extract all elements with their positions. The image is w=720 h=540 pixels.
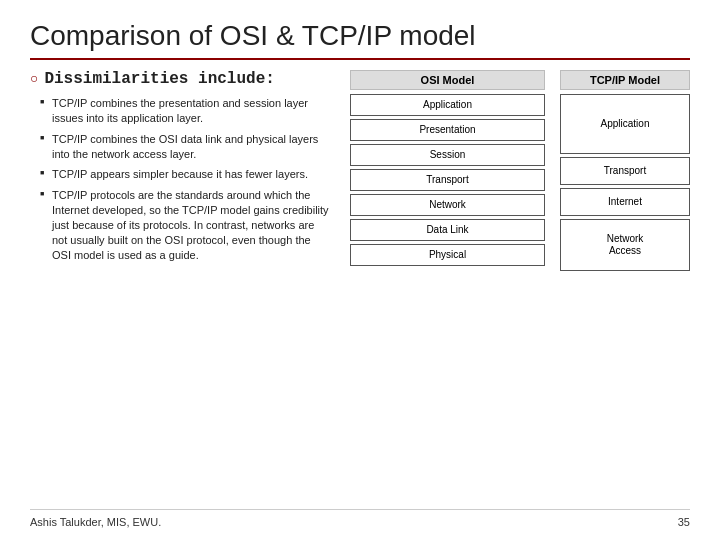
slide-title: Comparison of OSI & TCP/IP model — [30, 20, 690, 52]
osi-layer-network: Network — [350, 194, 545, 216]
osi-layer-session: Session — [350, 144, 545, 166]
tcp-layer-transport: Transport — [560, 157, 690, 185]
osi-header: OSI Model — [350, 70, 545, 90]
slide: Comparison of OSI & TCP/IP model ○ Dissi… — [0, 0, 720, 540]
osi-layer-application: Application — [350, 94, 545, 116]
section-heading: ○ Dissimilarities include: — [30, 70, 330, 88]
heading-bullet: ○ — [30, 71, 38, 87]
tcp-layer-network-access: NetworkAccess — [560, 219, 690, 271]
left-panel: ○ Dissimilarities include: TCP/IP combin… — [30, 70, 340, 501]
models-wrapper: OSI Model Application Presentation Sessi… — [350, 70, 690, 501]
tcp-model: TCP/IP Model Application Transport Inter… — [560, 70, 690, 271]
footer: Ashis Talukder, MIS, EWU. 35 — [30, 509, 690, 530]
list-item: TCP/IP protocols are the standards aroun… — [40, 188, 330, 262]
content-area: ○ Dissimilarities include: TCP/IP combin… — [30, 70, 690, 501]
tcp-header: TCP/IP Model — [560, 70, 690, 90]
tcp-layer-internet: Internet — [560, 188, 690, 216]
osi-layer-physical: Physical — [350, 244, 545, 266]
osi-layer-presentation: Presentation — [350, 119, 545, 141]
footer-page: 35 — [678, 516, 690, 528]
osi-layer-transport: Transport — [350, 169, 545, 191]
list-item: TCP/IP appears simpler because it has fe… — [40, 167, 330, 182]
osi-layer-datalink: Data Link — [350, 219, 545, 241]
bullet-list: TCP/IP combines the presentation and ses… — [30, 96, 330, 262]
osi-model: OSI Model Application Presentation Sessi… — [350, 70, 545, 266]
right-panel: OSI Model Application Presentation Sessi… — [350, 70, 690, 501]
osi-layers: Application Presentation Session Transpo… — [350, 94, 545, 266]
list-item: TCP/IP combines the presentation and ses… — [40, 96, 330, 126]
tcp-layer-application: Application — [560, 94, 690, 154]
footer-credit: Ashis Talukder, MIS, EWU. — [30, 516, 161, 528]
list-item: TCP/IP combines the OSI data link and ph… — [40, 132, 330, 162]
tcp-layers: Application Transport Internet NetworkAc… — [560, 94, 690, 271]
title-divider — [30, 58, 690, 60]
